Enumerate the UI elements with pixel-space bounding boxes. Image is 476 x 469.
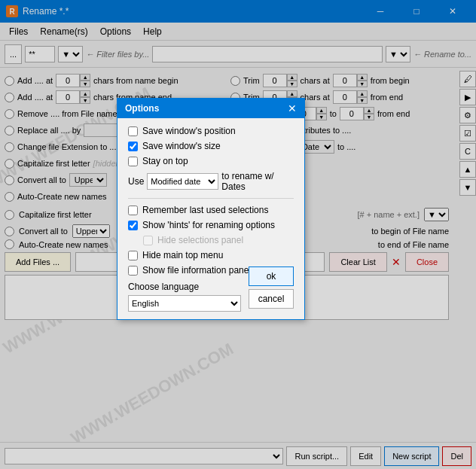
hide-selections-row: Hide selections panel — [128, 235, 294, 245]
language-label: Choose language — [128, 282, 241, 292]
hide-selections-label: Hide selections panel — [157, 235, 243, 245]
save-position-row: Save window's position — [128, 126, 294, 136]
save-size-row: Save window's size — [128, 141, 294, 151]
language-select[interactable]: English German French Spanish — [128, 295, 241, 312]
hide-menu-row: Hide main top menu — [128, 250, 294, 260]
options-dialog: Options ✕ Save window's position Save wi… — [117, 98, 305, 320]
save-position-label[interactable]: Save window's position — [142, 126, 236, 136]
use-date-row: Use Modified date Created date Accessed … — [128, 171, 294, 192]
hide-selections-checkbox — [143, 236, 153, 245]
hide-menu-checkbox[interactable] — [128, 251, 138, 260]
dialog-ok-button[interactable]: ok — [249, 266, 294, 286]
show-file-info-label[interactable]: Show file information panel — [142, 265, 251, 276]
dialog-separator — [128, 198, 294, 199]
show-file-info-checkbox[interactable] — [128, 266, 138, 276]
stay-top-row: Stay on top — [128, 156, 294, 166]
dialog-action-buttons: ok cancel — [249, 266, 294, 309]
hide-menu-label[interactable]: Hide main top menu — [142, 250, 223, 260]
remember-checkbox[interactable] — [128, 206, 138, 215]
save-size-checkbox[interactable] — [128, 142, 138, 151]
date-select[interactable]: Modified date Created date Accessed date — [147, 173, 218, 190]
stay-top-checkbox[interactable] — [128, 157, 138, 166]
dialog-title-bar: Options ✕ — [117, 99, 304, 118]
dialog-close-button[interactable]: ✕ — [288, 103, 297, 114]
dialog-title-text: Options — [125, 103, 159, 114]
modal-overlay: Options ✕ Save window's position Save wi… — [0, 0, 476, 469]
show-hints-row: Show 'hints' for renaming options — [128, 220, 294, 230]
stay-top-label[interactable]: Stay on top — [142, 156, 188, 166]
save-size-label[interactable]: Save window's size — [142, 141, 221, 151]
dialog-cancel-button[interactable]: cancel — [249, 289, 294, 309]
show-hints-label[interactable]: Show 'hints' for renaming options — [142, 220, 275, 230]
remember-label[interactable]: Remember last used selections — [142, 205, 268, 215]
show-hints-checkbox[interactable] — [128, 221, 138, 230]
save-position-checkbox[interactable] — [128, 126, 138, 136]
remember-row: Remember last used selections — [128, 205, 294, 215]
use-label: Use — [128, 176, 144, 187]
to-rename-label: to rename w/ Dates — [221, 171, 294, 192]
